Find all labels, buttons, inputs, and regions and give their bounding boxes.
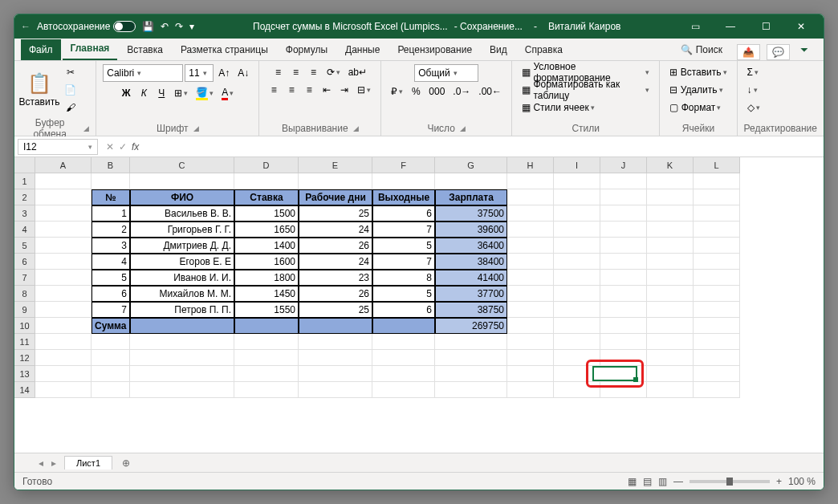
cell[interactable]: 6 (92, 286, 130, 302)
row-header[interactable]: 13 (14, 366, 35, 382)
autosum-button[interactable]: Σ (744, 64, 762, 80)
cell[interactable] (507, 302, 554, 318)
cell[interactable]: № (92, 189, 130, 205)
cell[interactable] (92, 382, 130, 398)
cell[interactable] (35, 350, 92, 366)
cell[interactable] (600, 382, 647, 398)
cell[interactable] (92, 173, 130, 189)
cell[interactable] (35, 189, 92, 205)
cell[interactable] (130, 366, 234, 382)
cell[interactable]: Зарплата (435, 189, 507, 205)
cell[interactable] (600, 350, 647, 366)
tab-formulas[interactable]: Формулы (278, 39, 336, 60)
cell[interactable] (694, 318, 740, 334)
cell[interactable] (694, 173, 740, 189)
tab-home[interactable]: Главная (63, 38, 118, 60)
tab-view[interactable]: Вид (482, 39, 515, 60)
cell[interactable] (435, 334, 507, 350)
cell[interactable] (234, 350, 299, 366)
cell[interactable] (600, 302, 647, 318)
cell[interactable] (647, 286, 694, 302)
cell[interactable] (600, 286, 647, 302)
row-header[interactable]: 2 (14, 189, 35, 205)
cell[interactable]: 8 (372, 270, 435, 286)
underline-button[interactable]: Ч (153, 85, 169, 101)
cell[interactable] (35, 334, 92, 350)
column-header[interactable]: C (130, 157, 234, 173)
cell[interactable] (92, 350, 130, 366)
cell[interactable]: 1 (92, 205, 130, 222)
cell[interactable] (35, 270, 92, 286)
cell[interactable]: 39600 (435, 222, 507, 238)
cell[interactable]: 5 (372, 286, 435, 302)
cell[interactable] (507, 366, 554, 382)
cell[interactable] (234, 173, 299, 189)
cell[interactable] (647, 173, 694, 189)
cell[interactable] (372, 173, 435, 189)
bold-button[interactable]: Ж (118, 85, 134, 101)
cell[interactable] (507, 318, 554, 334)
cell[interactable] (554, 205, 600, 222)
cell[interactable]: 7 (92, 302, 130, 318)
cell[interactable]: 1500 (234, 205, 299, 222)
cell[interactable] (35, 382, 92, 398)
cell[interactable] (299, 318, 372, 334)
cell[interactable] (435, 173, 507, 189)
cell[interactable]: Рабочие дни (299, 189, 372, 205)
cell[interactable] (554, 350, 600, 366)
column-header[interactable]: L (694, 157, 740, 173)
cell[interactable] (694, 254, 740, 270)
tab-insert[interactable]: Вставка (119, 39, 171, 60)
cell[interactable]: 5 (92, 270, 130, 286)
cell[interactable]: 1650 (234, 222, 299, 238)
cut-button[interactable]: ✂ (61, 64, 79, 80)
align-middle-button[interactable]: ≡ (288, 64, 304, 80)
cell[interactable]: 37700 (435, 286, 507, 302)
cell[interactable]: 25 (299, 205, 372, 222)
tab-layout[interactable]: Разметка страницы (173, 39, 276, 60)
cell[interactable] (372, 350, 435, 366)
cell[interactable] (507, 173, 554, 189)
cell[interactable]: 269750 (435, 318, 507, 334)
cell[interactable] (35, 366, 92, 382)
cell[interactable] (694, 222, 740, 238)
cell[interactable] (600, 318, 647, 334)
cell[interactable]: Григорьев Г. Г. (130, 222, 234, 238)
fill-color-button[interactable]: 🪣 (193, 85, 217, 101)
selected-cell[interactable] (592, 366, 637, 381)
cancel-formula-icon[interactable]: ✕ (106, 141, 114, 152)
format-painter-button[interactable]: 🖌 (61, 100, 79, 116)
cell[interactable]: 1550 (234, 302, 299, 318)
cell[interactable] (507, 254, 554, 270)
share-button[interactable]: 📤 (737, 44, 760, 60)
font-name-select[interactable]: Calibri (103, 64, 183, 82)
cell[interactable] (299, 334, 372, 350)
column-header[interactable]: H (507, 157, 554, 173)
cell[interactable] (554, 302, 600, 318)
cell[interactable] (299, 350, 372, 366)
italic-button[interactable]: К (136, 85, 152, 101)
cell[interactable] (92, 366, 130, 382)
row-header[interactable]: 11 (14, 334, 35, 350)
cell[interactable] (694, 302, 740, 318)
cell[interactable] (600, 270, 647, 286)
cell[interactable] (600, 205, 647, 222)
column-header[interactable]: A (35, 157, 92, 173)
cell[interactable] (600, 334, 647, 350)
autosave-toggle[interactable]: Автосохранение (37, 21, 136, 32)
cell[interactable] (647, 366, 694, 382)
cell[interactable] (234, 382, 299, 398)
cell[interactable] (647, 318, 694, 334)
cell[interactable] (130, 318, 234, 334)
indent-dec-button[interactable]: ⇤ (319, 82, 335, 98)
toggle-switch[interactable] (113, 21, 136, 32)
cell-styles-button[interactable]: ▦ Стили ячеек (519, 100, 598, 116)
inc-decimal-button[interactable]: .0→ (450, 83, 474, 100)
cell[interactable] (35, 302, 92, 318)
cell[interactable] (647, 334, 694, 350)
cell[interactable]: 7 (372, 222, 435, 238)
save-icon[interactable]: 💾 (142, 21, 154, 32)
launcher-icon[interactable]: ◢ (83, 124, 89, 132)
cell[interactable] (554, 318, 600, 334)
fill-button[interactable]: ↓ (744, 82, 761, 98)
